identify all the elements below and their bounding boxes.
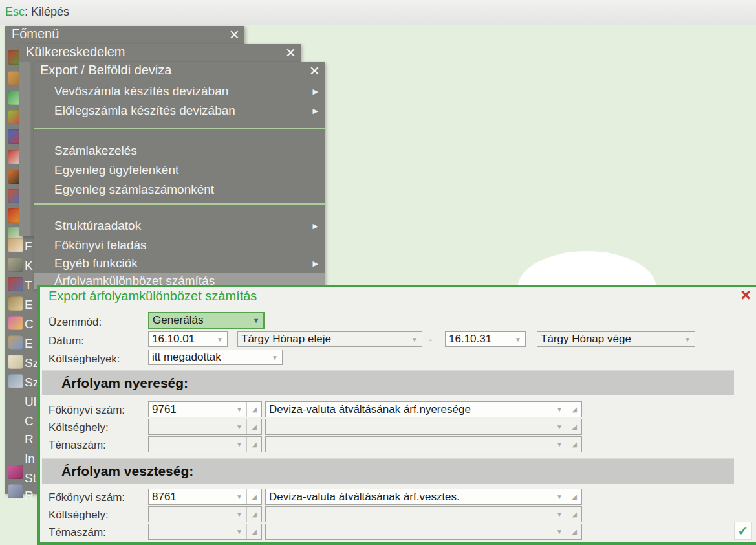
lookup-icon[interactable]: ◢ [567, 402, 581, 417]
lookup-icon[interactable]: ◢ [567, 437, 581, 452]
menu-item-egyenleg-szamlaszamonkent[interactable]: Egyenleg számlaszámonként [34, 180, 325, 199]
parcel-icon[interactable] [8, 335, 23, 350]
loss-topic-code [149, 524, 232, 539]
date-to-type-select[interactable]: Tárgy Hónap vége ▼ [537, 331, 695, 347]
menu-item-fragment[interactable]: K [25, 259, 33, 273]
menu-item-szamlakezeles[interactable]: Számlakezelés [34, 141, 325, 161]
esc-exit-hint[interactable]: Esc: Kilépés [5, 5, 69, 19]
close-icon[interactable]: × [286, 43, 296, 61]
menu-item-fragment[interactable]: T [25, 278, 32, 293]
menu-item-egyenleg-ugyfelenkent[interactable]: Egyenleg ügyfelenként [34, 161, 325, 180]
cost-centers-value: itt megadottak [149, 350, 268, 364]
loss-costcenter-code-combo[interactable]: ▼ ◢ [148, 506, 262, 522]
chevron-down-icon[interactable]: ▼ [552, 437, 567, 452]
chevron-down-icon[interactable]: ▼ [232, 402, 246, 417]
people-icon[interactable] [8, 316, 23, 330]
cash-register-icon[interactable] [8, 258, 23, 272]
loss-costcenter-name [266, 507, 552, 522]
chevron-down-icon[interactable]: ▼ [552, 419, 567, 434]
chevron-down-icon[interactable]: ▼ [680, 332, 695, 346]
menu-item-strukturaadatok[interactable]: Struktúraadatok▶ [34, 216, 325, 236]
close-icon[interactable]: × [230, 25, 239, 43]
pink-cube-icon[interactable] [8, 465, 23, 479]
menu-item-fragment[interactable]: F [25, 239, 32, 254]
submenu-arrow-icon: ▶ [313, 101, 318, 120]
loss-ledger-code-combo[interactable]: 8761 ▼ ◢ [148, 489, 262, 505]
lookup-icon[interactable]: ◢ [567, 419, 581, 434]
chevron-down-icon[interactable]: ▼ [407, 332, 422, 346]
menu-item-fragment[interactable]: C [25, 414, 34, 428]
gain-topic-name [266, 437, 552, 452]
chevron-down-icon[interactable]: ▼ [232, 489, 246, 504]
gain-costcenter-label: Költséghely: [49, 421, 109, 434]
date-from-type-select[interactable]: Tárgy Hónap eleje ▼ [237, 331, 422, 347]
close-icon[interactable]: × [310, 61, 319, 80]
chevron-down-icon[interactable]: ▼ [552, 524, 567, 539]
chevron-down-icon[interactable]: ▼ [232, 524, 246, 539]
lookup-icon[interactable]: ◢ [567, 507, 581, 522]
chevron-down-icon[interactable]: ▼ [249, 313, 263, 328]
gain-topic-code-combo[interactable]: ▼ ◢ [148, 436, 262, 452]
chevron-down-icon[interactable]: ▼ [268, 350, 282, 364]
chevron-down-icon[interactable]: ▼ [552, 507, 567, 522]
close-icon[interactable]: × [740, 286, 751, 304]
lookup-icon[interactable]: ◢ [246, 507, 261, 522]
lookup-icon[interactable]: ◢ [246, 402, 261, 417]
chevron-down-icon[interactable]: ▼ [213, 332, 227, 346]
menu-item-egyeb-funkciok[interactable]: Egyéb funkciók▶ [34, 254, 325, 273]
date-label: Dátum: [49, 335, 84, 348]
chevron-down-icon[interactable]: ▼ [552, 489, 567, 504]
gain-ledger-name-combo[interactable]: Deviza-valuta átváltásának árf.nyeresége… [265, 401, 582, 417]
lookup-icon[interactable]: ◢ [246, 419, 261, 434]
loss-topic-label: Témaszám: [49, 526, 106, 539]
cost-centers-select[interactable]: itt megadottak ▼ [148, 350, 283, 365]
menu-item-fragment[interactable]: In [25, 452, 35, 466]
loss-costcenter-name-combo[interactable]: ▼ ◢ [265, 506, 582, 522]
date-to-select[interactable]: 16.10.31 ▼ [445, 331, 526, 347]
chevron-down-icon[interactable]: ▼ [552, 402, 567, 417]
menu-item-fragment[interactable]: R [25, 489, 34, 503]
date-range-separator: - [429, 333, 433, 346]
lookup-icon[interactable]: ◢ [246, 437, 261, 452]
chevron-down-icon[interactable]: ▼ [511, 332, 525, 346]
menu-item-fragment[interactable]: E [25, 337, 33, 351]
gain-topic-name-combo[interactable]: ▼ ◢ [265, 436, 582, 452]
esc-key-label: Esc [5, 5, 25, 18]
loss-topic-name [266, 524, 552, 539]
loss-topic-name-combo[interactable]: ▼ ◢ [265, 524, 582, 540]
loss-costcenter-label: Költséghely: [49, 509, 109, 522]
dialog-export-arfolyamkulonbozet: Export árfolyamkülönbözet számítás × Üze… [37, 285, 756, 545]
chevron-down-icon[interactable]: ▼ [232, 419, 246, 434]
menu-item-fragment[interactable]: R [25, 432, 34, 447]
gain-ledger-code-combo[interactable]: 9761 ▼ ◢ [148, 401, 262, 417]
confirm-button[interactable]: ✓ [734, 522, 752, 540]
menu-item-vevoszamla[interactable]: Vevőszámla készítés devizában▶ [34, 82, 325, 101]
chevron-down-icon[interactable]: ▼ [232, 507, 246, 522]
exit-label: Kilépés [31, 5, 69, 18]
lookup-icon[interactable]: ◢ [246, 489, 261, 504]
notebook-icon[interactable] [8, 355, 23, 369]
pantry-icon[interactable] [8, 296, 23, 311]
date-to-value: 16.10.31 [446, 332, 511, 346]
tools-icon[interactable] [8, 374, 23, 388]
mode-select[interactable]: Generálás ▼ [148, 312, 265, 329]
gears-icon[interactable] [8, 484, 23, 498]
top-bar: Esc: Kilépés [0, 0, 756, 25]
lookup-icon[interactable]: ◢ [246, 524, 261, 539]
date-from-select[interactable]: 16.10.01 ▼ [148, 331, 228, 347]
menu-item-fragment[interactable]: E [25, 298, 33, 312]
package-icon[interactable] [8, 238, 23, 252]
lookup-icon[interactable]: ◢ [567, 489, 581, 504]
gain-costcenter-name-combo[interactable]: ▼ ◢ [265, 419, 582, 435]
menu-item-fokonyvi-feladas[interactable]: Főkönyvi feladás [34, 236, 325, 255]
chevron-down-icon[interactable]: ▼ [232, 437, 246, 452]
loss-topic-code-combo[interactable]: ▼ ◢ [148, 524, 262, 540]
menu-item-elolegszamla[interactable]: Előlegszámla készítés devizában▶ [34, 101, 325, 120]
house-icon[interactable] [8, 277, 23, 291]
menu-item-fragment[interactable]: St [25, 471, 36, 485]
menu-item-fragment[interactable]: Ul [25, 395, 36, 409]
loss-ledger-name-combo[interactable]: Deviza-valuta átváltásának árf.vesztes. … [265, 489, 582, 505]
lookup-icon[interactable]: ◢ [567, 524, 581, 539]
menu-item-fragment[interactable]: C [25, 317, 34, 331]
gain-costcenter-code-combo[interactable]: ▼ ◢ [148, 419, 262, 435]
